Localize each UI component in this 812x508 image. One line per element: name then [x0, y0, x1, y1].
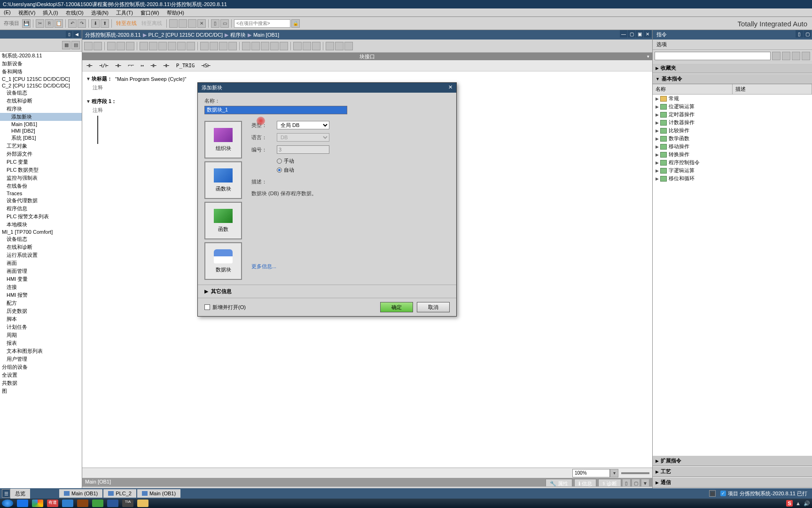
project-tree[interactable]: 制系统-2020.8.11加新设备备和网络C_1 [CPU 1215C DC/D… — [0, 52, 82, 490]
instruction-row[interactable]: ▶移位和循环 — [653, 175, 812, 183]
menu-item[interactable]: 选项(N) — [87, 8, 112, 16]
tree-item[interactable]: 添加新块 — [0, 113, 82, 121]
split-h-icon[interactable]: ▯ — [211, 19, 219, 28]
tree-item[interactable]: C_1 [CPU 1215C DC/DC/DC] — [0, 76, 82, 82]
tree-item[interactable]: 报表 — [0, 339, 82, 347]
dialog-close-icon[interactable]: ✕ — [448, 84, 453, 91]
tree-item[interactable]: 画面管理 — [0, 267, 82, 275]
menu-item[interactable]: (E) — [0, 8, 15, 16]
ed-btn-18[interactable] — [261, 42, 269, 50]
tray-icon-1[interactable]: S — [786, 500, 793, 507]
tree-item[interactable]: HMI [DB2] — [0, 127, 82, 134]
tree-item[interactable]: 备和网络 — [0, 68, 82, 76]
right-btn-2[interactable]: ▢ — [804, 30, 811, 38]
tree-item[interactable]: 脚本 — [0, 315, 82, 323]
tree-item[interactable]: 周期 — [0, 331, 82, 339]
breadcrumb-part[interactable]: 分拣控制系统-2020.8.11 — [85, 32, 141, 38]
bottom-tab[interactable]: PLC_2 — [103, 489, 136, 498]
ed-btn-14[interactable] — [219, 42, 227, 50]
ed-btn-21[interactable] — [293, 42, 302, 50]
tree-item[interactable]: 画面 — [0, 259, 82, 267]
tray-icon-3[interactable]: 🔊 — [804, 500, 810, 507]
tree-item[interactable]: HMI 报警 — [0, 291, 82, 299]
word-icon[interactable] — [107, 500, 118, 507]
zoom-dropdown-icon[interactable]: ▾ — [610, 469, 618, 477]
tree-item[interactable]: 制系统-2020.8.11 — [0, 52, 82, 60]
tree-btn-2[interactable]: ▤ — [71, 41, 80, 49]
ed-btn-24[interactable] — [326, 42, 334, 50]
section-header[interactable]: ▶收藏夹 — [653, 63, 812, 73]
section-header[interactable]: ▼基本指令 — [653, 73, 812, 84]
ed-btn-13[interactable] — [210, 42, 218, 50]
save-project-label[interactable]: 存项目 — [2, 20, 21, 27]
menu-item[interactable]: 工具(T) — [112, 8, 137, 16]
system-tray[interactable]: S ▲ 🔊 — [786, 500, 810, 507]
overview-icon[interactable]: ☰ — [2, 489, 10, 498]
ladder-symbol[interactable]: ⊣/⊢ — [97, 62, 111, 70]
block-type-fc[interactable]: 函数 — [204, 202, 242, 239]
instruction-row[interactable]: ▶比较操作 — [653, 127, 812, 135]
tree-item[interactable]: 设备代理数据 — [0, 197, 82, 205]
instruction-row[interactable]: ▶移动操作 — [653, 143, 812, 151]
go-offline-label[interactable]: 转至离线 — [140, 20, 164, 27]
instruction-table[interactable]: 名称 描述 ▶常规▶位逻辑运算▶定时器操作▶计数器操作▶比较操作▶数学函数▶移动… — [653, 84, 812, 455]
tree-item[interactable]: PLC 变量 — [0, 158, 82, 166]
tray-icon-2[interactable]: ▲ — [796, 500, 801, 506]
instruction-row[interactable]: ▶位逻辑运算 — [653, 103, 812, 111]
section-header[interactable]: ▶工艺 — [653, 466, 812, 477]
right-btn-1[interactable]: ▯ — [796, 30, 803, 38]
tree-item[interactable]: 本地模块 — [0, 221, 82, 229]
ed-btn-16[interactable] — [242, 42, 250, 50]
cancel-button[interactable]: 取消 — [417, 302, 450, 312]
upload-icon[interactable]: ⬆ — [101, 19, 109, 28]
min-icon[interactable]: — — [620, 30, 627, 38]
block-type-ob[interactable]: 组织块 — [204, 121, 242, 159]
tree-item[interactable]: 用户管理 — [0, 355, 82, 363]
copy-icon[interactable]: ⎘ — [45, 19, 54, 28]
type-select[interactable]: 全局 DB — [277, 121, 329, 129]
tree-item[interactable]: 共数据 — [0, 379, 82, 387]
ok-button[interactable]: 确定 — [380, 302, 413, 312]
opt-icon-1[interactable] — [772, 52, 781, 60]
status-icon-1[interactable]: ▦ — [709, 490, 716, 497]
ed-btn-8[interactable] — [158, 42, 167, 50]
tree-item[interactable]: 运行系统设置 — [0, 251, 82, 259]
ladder-symbol[interactable]: ⊣⊢ — [113, 62, 124, 70]
breadcrumb-part[interactable]: 程序块 — [230, 32, 246, 38]
tree-item[interactable]: 在线和诊断 — [0, 97, 82, 105]
overview-tab[interactable]: 总览 — [10, 489, 30, 499]
paint-icon[interactable] — [77, 500, 88, 507]
close-icon[interactable]: ✕ — [197, 19, 206, 28]
ladder-symbol[interactable]: P_TRIG — [174, 62, 197, 70]
redo-icon[interactable]: ↷ — [78, 19, 86, 28]
bottom-tab[interactable]: Main (OB1) — [59, 489, 102, 498]
tb-icon-2[interactable] — [179, 19, 187, 28]
network-expand-icon[interactable]: ▼ — [86, 99, 92, 104]
breadcrumb-part[interactable]: PLC_2 [CPU 1215C DC/DC/DC] — [148, 32, 223, 38]
bottom-tab[interactable]: Main (OB1) — [137, 489, 180, 498]
tree-item[interactable]: 在线备份 — [0, 182, 82, 190]
block-name-input[interactable]: 数据块_1 — [204, 106, 347, 114]
tree-item[interactable]: Main [OB1] — [0, 121, 82, 127]
ed-btn-3[interactable] — [107, 42, 116, 50]
tree-item[interactable]: 程序块 — [0, 105, 82, 113]
ed-btn-5[interactable] — [126, 42, 134, 50]
tree-item[interactable]: 外部源文件 — [0, 150, 82, 158]
tree-item[interactable]: 设备组态 — [0, 89, 82, 97]
paste-icon[interactable]: 📋 — [55, 19, 63, 28]
instruction-row[interactable]: ▶计数器操作 — [653, 119, 812, 127]
tree-item[interactable]: 工艺对象 — [0, 142, 82, 150]
tree-item[interactable]: 图 — [0, 387, 82, 395]
block-type-db[interactable]: 数据块 — [204, 242, 242, 280]
left-collapse-icon[interactable]: ▯ — [66, 31, 72, 38]
ladder-symbol[interactable]: ⊣⊢ — [148, 62, 159, 70]
tia-icon[interactable]: TIA — [122, 500, 133, 507]
block-expand-icon[interactable]: ▼ — [86, 76, 92, 81]
instruction-row[interactable]: ▶定时器操作 — [653, 111, 812, 119]
ladder-symbol[interactable]: ⊣⊢ — [161, 62, 172, 70]
tree-item[interactable]: 设备组态 — [0, 235, 82, 243]
zoom-slider[interactable] — [621, 472, 649, 474]
ed-btn-11[interactable] — [187, 42, 195, 50]
ed-btn-20[interactable] — [280, 42, 288, 50]
menu-item[interactable]: 插入(I) — [39, 8, 62, 16]
